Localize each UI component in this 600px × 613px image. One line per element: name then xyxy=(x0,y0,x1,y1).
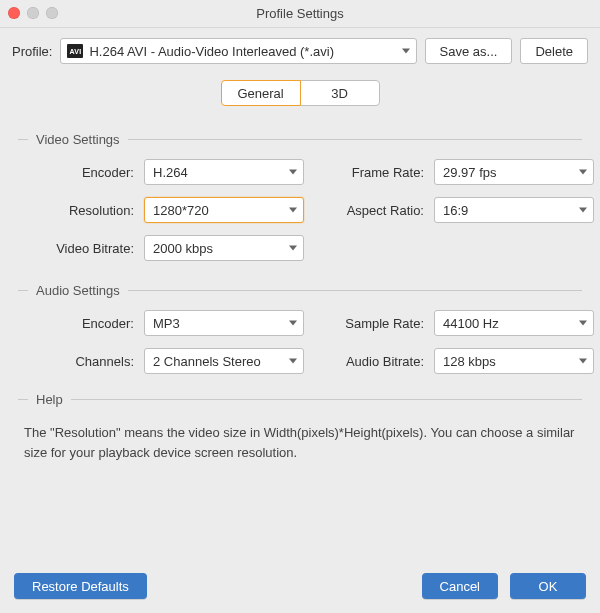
minimize-window-button[interactable] xyxy=(27,7,39,19)
tab-3d[interactable]: 3D xyxy=(300,80,380,106)
audio-settings-section: Audio Settings Encoder: MP3 Sample Rate:… xyxy=(0,263,600,376)
channels-label: Channels: xyxy=(24,354,134,369)
zoom-window-button[interactable] xyxy=(46,7,58,19)
video-encoder-select[interactable]: H.264 xyxy=(144,159,304,185)
chevron-down-icon xyxy=(579,359,587,364)
window-traffic-lights xyxy=(8,7,58,19)
avi-format-icon: AVI xyxy=(67,44,83,58)
cancel-button[interactable]: Cancel xyxy=(422,573,498,599)
frame-rate-label: Frame Rate: xyxy=(314,165,424,180)
resolution-select[interactable]: 1280*720 xyxy=(144,197,304,223)
frame-rate-select[interactable]: 29.97 fps xyxy=(434,159,594,185)
ok-button[interactable]: OK xyxy=(510,573,586,599)
video-settings-title: Video Settings xyxy=(36,132,120,147)
audio-encoder-label: Encoder: xyxy=(24,316,134,331)
titlebar: Profile Settings xyxy=(0,0,600,28)
chevron-down-icon xyxy=(289,359,297,364)
chevron-down-icon xyxy=(579,321,587,326)
help-title: Help xyxy=(36,392,63,407)
chevron-down-icon xyxy=(579,208,587,213)
profile-select-value: H.264 AVI - Audio-Video Interleaved (*.a… xyxy=(89,44,334,59)
close-window-button[interactable] xyxy=(8,7,20,19)
restore-defaults-button[interactable]: Restore Defaults xyxy=(14,573,147,599)
audio-encoder-select[interactable]: MP3 xyxy=(144,310,304,336)
chevron-down-icon xyxy=(579,170,587,175)
delete-button[interactable]: Delete xyxy=(520,38,588,64)
tab-bar: General 3D xyxy=(0,68,600,112)
tab-general[interactable]: General xyxy=(221,80,301,106)
aspect-ratio-select[interactable]: 16:9 xyxy=(434,197,594,223)
profile-row: Profile: AVI H.264 AVI - Audio-Video Int… xyxy=(0,28,600,68)
channels-select[interactable]: 2 Channels Stereo xyxy=(144,348,304,374)
chevron-down-icon xyxy=(289,321,297,326)
resolution-label: Resolution: xyxy=(24,203,134,218)
help-text: The "Resolution" means the video size in… xyxy=(18,419,582,463)
chevron-down-icon xyxy=(289,170,297,175)
chevron-down-icon xyxy=(289,246,297,251)
audio-bitrate-select[interactable]: 128 kbps xyxy=(434,348,594,374)
sample-rate-select[interactable]: 44100 Hz xyxy=(434,310,594,336)
save-as-button[interactable]: Save as... xyxy=(425,38,513,64)
chevron-down-icon xyxy=(289,208,297,213)
chevron-down-icon xyxy=(402,49,410,54)
profile-select[interactable]: AVI H.264 AVI - Audio-Video Interleaved … xyxy=(60,38,416,64)
audio-bitrate-label: Audio Bitrate: xyxy=(314,354,424,369)
sample-rate-label: Sample Rate: xyxy=(314,316,424,331)
aspect-ratio-label: Aspect Ratio: xyxy=(314,203,424,218)
window-title: Profile Settings xyxy=(256,6,343,21)
video-bitrate-select[interactable]: 2000 kbps xyxy=(144,235,304,261)
footer: Restore Defaults Cancel OK xyxy=(0,563,600,613)
video-encoder-label: Encoder: xyxy=(24,165,134,180)
audio-settings-title: Audio Settings xyxy=(36,283,120,298)
video-bitrate-label: Video Bitrate: xyxy=(24,241,134,256)
help-section: Help The "Resolution" means the video si… xyxy=(0,376,600,465)
video-settings-section: Video Settings Encoder: H.264 Frame Rate… xyxy=(0,112,600,263)
profile-label: Profile: xyxy=(12,44,52,59)
